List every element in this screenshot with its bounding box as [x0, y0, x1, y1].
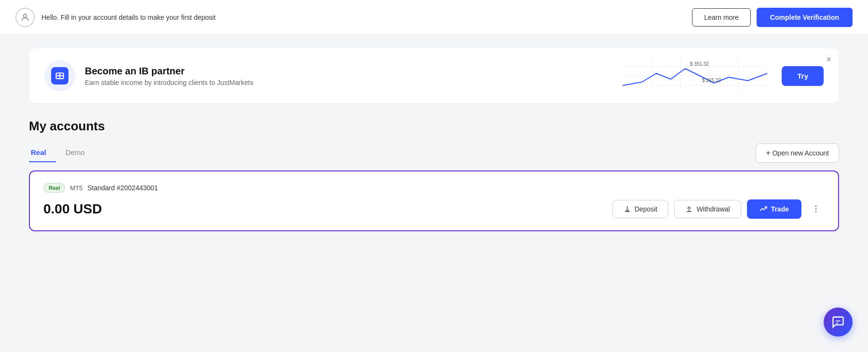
withdrawal-label: Withdrawal — [696, 205, 730, 213]
open-account-label: Open new Account — [772, 149, 829, 157]
learn-more-button[interactable]: Learn more — [692, 8, 751, 27]
tab-demo[interactable]: Demo — [64, 144, 95, 162]
withdrawal-icon — [685, 205, 693, 213]
account-balance: 0.00 USD — [43, 201, 102, 217]
ib-banner-subtitle: Earn stable income by introducing client… — [85, 79, 608, 86]
account-card-body: 0.00 USD Deposit Withdrawal — [43, 199, 825, 219]
account-actions: Deposit Withdrawal Trade — [612, 199, 825, 219]
ib-close-button[interactable]: × — [826, 55, 831, 64]
ib-try-button[interactable]: Try — [782, 66, 824, 86]
complete-verification-button[interactable]: Complete Verification — [757, 8, 853, 27]
ib-icon-wrap — [44, 60, 75, 91]
top-bar-actions: Learn more Complete Verification — [692, 8, 853, 27]
chat-icon — [831, 315, 845, 329]
account-card: Real MT5 Standard #2002443001 0.00 USD D… — [29, 170, 839, 231]
open-new-account-button[interactable]: + Open new Account — [756, 143, 839, 163]
trade-label: Trade — [771, 205, 789, 213]
account-card-header: Real MT5 Standard #2002443001 — [43, 183, 825, 193]
ib-banner-chart: $ 351.32 $ 215.32 — [618, 59, 772, 93]
ib-banner-title: Become an IB partner — [85, 66, 608, 77]
deposit-label: Deposit — [635, 205, 657, 213]
svg-point-0 — [24, 14, 27, 17]
ib-banner-text: Become an IB partner Earn stable income … — [85, 66, 608, 86]
more-options-button[interactable] — [807, 202, 825, 216]
ib-icon — [51, 67, 68, 84]
account-tabs: Real Demo — [29, 144, 102, 162]
trade-icon — [760, 205, 767, 213]
svg-text:$ 351.32: $ 351.32 — [690, 61, 709, 67]
main-content: Become an IB partner Earn stable income … — [0, 35, 868, 245]
trade-button[interactable]: Trade — [747, 199, 801, 219]
ib-partner-banner: Become an IB partner Earn stable income … — [29, 48, 839, 103]
badge-real: Real — [43, 183, 65, 193]
account-icon — [15, 8, 35, 27]
deposit-icon — [624, 205, 631, 213]
svg-point-12 — [815, 206, 817, 207]
svg-point-2 — [59, 74, 60, 75]
tabs-row: Real Demo + Open new Account — [29, 143, 839, 163]
tab-real[interactable]: Real — [29, 144, 56, 162]
section-title: My accounts — [29, 119, 839, 134]
plus-icon: + — [766, 149, 770, 157]
account-name: Standard #2002443001 — [87, 184, 158, 192]
withdrawal-button[interactable]: Withdrawal — [674, 200, 741, 218]
badge-mt5: MT5 — [70, 184, 82, 192]
chat-button[interactable] — [824, 308, 853, 337]
svg-text:$ 215.32: $ 215.32 — [702, 78, 721, 83]
svg-point-13 — [815, 209, 817, 210]
notification-text: Hello. Fill in your account details to m… — [41, 14, 216, 21]
svg-point-14 — [815, 211, 817, 213]
top-bar-left: Hello. Fill in your account details to m… — [15, 8, 216, 27]
more-icon — [811, 204, 821, 214]
top-notification-bar: Hello. Fill in your account details to m… — [0, 0, 868, 35]
deposit-button[interactable]: Deposit — [612, 200, 668, 218]
